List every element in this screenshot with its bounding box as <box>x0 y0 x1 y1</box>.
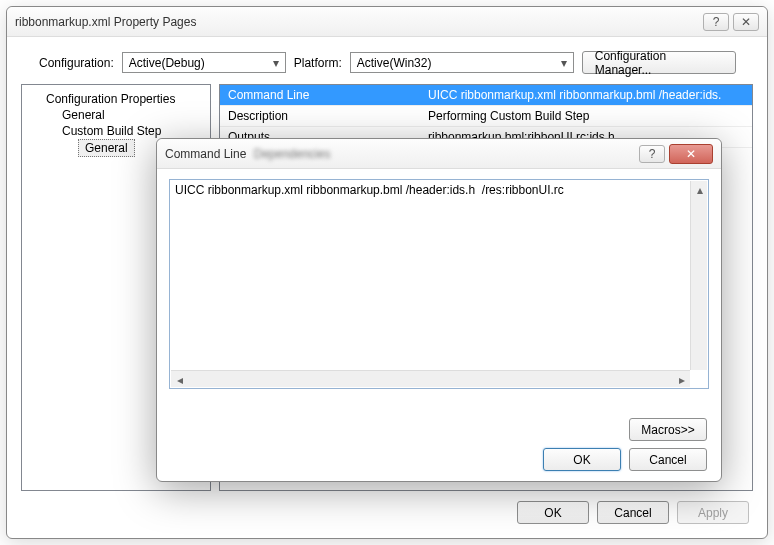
platform-combo[interactable]: Active(Win32) ▾ <box>350 52 574 73</box>
tree-general[interactable]: General <box>22 107 210 123</box>
scroll-right-icon: ▸ <box>673 371 690 388</box>
cancel-button[interactable]: Cancel <box>597 501 669 524</box>
tree-custom-build-step[interactable]: Custom Build Step <box>22 123 210 139</box>
grid-value: Performing Custom Build Step <box>420 106 752 126</box>
tree-general-selected[interactable]: General <box>78 139 135 157</box>
configuration-manager-button[interactable]: Configuration Manager... <box>582 51 736 74</box>
apply-button: Apply <box>677 501 749 524</box>
close-button[interactable]: ✕ <box>733 13 759 31</box>
main-footer: OK Cancel Apply <box>517 501 749 524</box>
configuration-row: Configuration: Active(Debug) ▾ Platform:… <box>7 37 767 84</box>
cmd-window-title: Command Line Dependencies <box>165 147 635 161</box>
blurred-text: Dependencies <box>254 147 331 161</box>
grid-label: Command Line <box>220 85 420 105</box>
configuration-combo[interactable]: Active(Debug) ▾ <box>122 52 286 73</box>
close-icon: ✕ <box>686 147 696 161</box>
grid-label: Description <box>220 106 420 126</box>
grid-row-description[interactable]: Description Performing Custom Build Step <box>220 106 752 127</box>
help-button[interactable]: ? <box>639 145 665 163</box>
configuration-value: Active(Debug) <box>129 56 205 70</box>
ok-button[interactable]: OK <box>517 501 589 524</box>
grid-row-command-line[interactable]: Command Line UICC ribbonmarkup.xml ribbo… <box>220 85 752 106</box>
platform-label: Platform: <box>294 56 342 70</box>
help-button[interactable]: ? <box>703 13 729 31</box>
cancel-button[interactable]: Cancel <box>629 448 707 471</box>
grid-value: UICC ribbonmarkup.xml ribbonmarkup.bml /… <box>420 85 752 105</box>
chevron-down-icon: ▾ <box>269 56 283 70</box>
cmd-titlebar: Command Line Dependencies ? ✕ <box>157 139 721 169</box>
command-textarea-wrap: ▴ ◂ ▸ <box>169 179 709 389</box>
cmd-macros-row: Macros>> <box>629 418 707 441</box>
scroll-left-icon: ◂ <box>171 371 188 388</box>
horizontal-scrollbar[interactable]: ◂ ▸ <box>171 370 690 387</box>
tree-root[interactable]: Configuration Properties <box>22 91 210 107</box>
close-icon: ✕ <box>741 15 751 29</box>
cmd-footer: OK Cancel <box>543 448 707 471</box>
help-icon: ? <box>713 15 720 29</box>
vertical-scrollbar[interactable]: ▴ <box>690 181 707 370</box>
command-line-dialog: Command Line Dependencies ? ✕ ▴ ◂ ▸ Macr… <box>156 138 722 482</box>
main-titlebar: ribbonmarkup.xml Property Pages ? ✕ <box>7 7 767 37</box>
macros-button[interactable]: Macros>> <box>629 418 707 441</box>
ok-button[interactable]: OK <box>543 448 621 471</box>
configuration-label: Configuration: <box>39 56 114 70</box>
close-button[interactable]: ✕ <box>669 144 713 164</box>
help-icon: ? <box>649 147 656 161</box>
command-line-textarea[interactable] <box>171 181 689 369</box>
chevron-down-icon: ▾ <box>557 56 571 70</box>
platform-value: Active(Win32) <box>357 56 432 70</box>
cmd-body: ▴ ◂ ▸ Macros>> OK Cancel <box>157 169 721 481</box>
main-window-title: ribbonmarkup.xml Property Pages <box>15 15 699 29</box>
scroll-up-icon: ▴ <box>691 181 708 198</box>
